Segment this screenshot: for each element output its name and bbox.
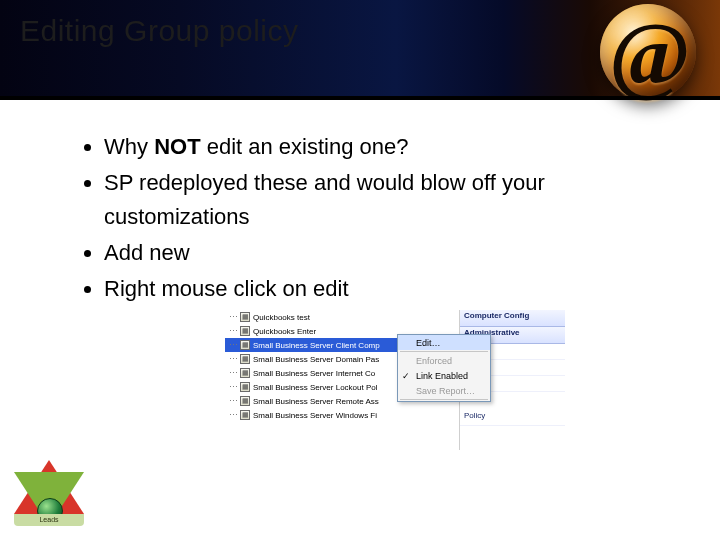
tree-row[interactable]: ⋯▦Small Business Server Remote Ass [225, 394, 425, 408]
bullet-item: Add new [104, 236, 642, 270]
tree-row[interactable]: ⋯▦Small Business Server Domain Pas [225, 352, 425, 366]
tree-row[interactable]: ⋯▦Small Business Server Lockout Pol [225, 380, 425, 394]
detail-item[interactable]: Policy [460, 410, 565, 426]
detail-header: Computer Config [460, 310, 565, 327]
tree-row[interactable]: ⋯▦Small Business Server Windows Fi [225, 408, 425, 422]
slide-header: Editing Group policy @ [0, 0, 720, 100]
bullet-item: Why NOT edit an existing one? [104, 130, 642, 164]
leads-badge: Leads [14, 460, 84, 526]
at-sign-icon: @ [590, 0, 710, 114]
menu-save-report[interactable]: Save Report… [398, 383, 490, 398]
gpo-screenshot: ⋯▦Quickbooks test ⋯▦Quickbooks Enter ⋯▦S… [225, 310, 565, 450]
bullet-list: Why NOT edit an existing one? SP redeplo… [82, 128, 642, 308]
menu-link-enabled[interactable]: ✓Link Enabled [398, 368, 490, 383]
bullet-item: Right mouse click on edit [104, 272, 642, 306]
bullet-item: SP redeployed these and would blow off y… [104, 166, 642, 234]
gpo-tree: ⋯▦Quickbooks test ⋯▦Quickbooks Enter ⋯▦S… [225, 310, 425, 450]
context-menu: Edit… Enforced ✓Link Enabled Save Report… [397, 334, 491, 402]
badge-label: Leads [14, 514, 84, 526]
menu-enforced[interactable]: Enforced [398, 353, 490, 368]
slide-title: Editing Group policy [20, 14, 298, 48]
tree-row[interactable]: ⋯▦Quickbooks test [225, 310, 425, 324]
tree-row-selected[interactable]: ⋯▦Small Business Server Client Comp [225, 338, 425, 352]
check-icon: ✓ [402, 371, 410, 381]
menu-edit[interactable]: Edit… [398, 335, 490, 350]
tree-row[interactable]: ⋯▦Quickbooks Enter [225, 324, 425, 338]
tree-row[interactable]: ⋯▦Small Business Server Internet Co [225, 366, 425, 380]
